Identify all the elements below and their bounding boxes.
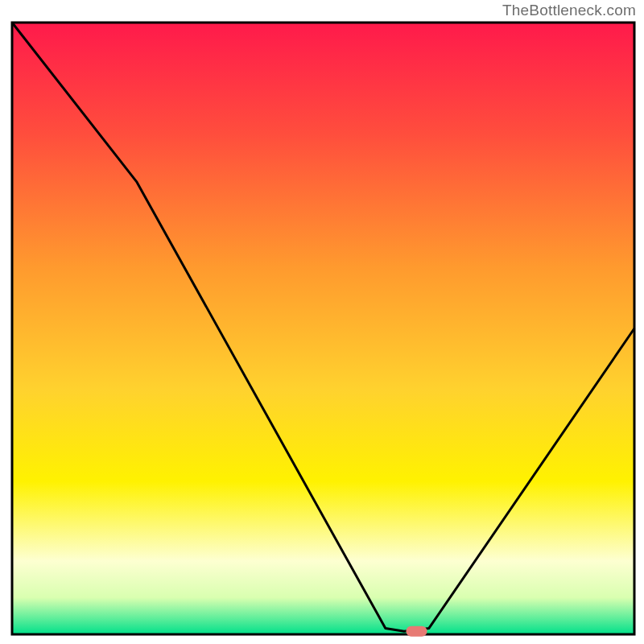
chart-gradient-background	[12, 23, 634, 634]
watermark-text: TheBottleneck.com	[502, 2, 636, 20]
bottleneck-chart	[0, 0, 644, 644]
chart-container: TheBottleneck.com	[0, 0, 644, 644]
optimal-point-marker	[407, 626, 427, 637]
